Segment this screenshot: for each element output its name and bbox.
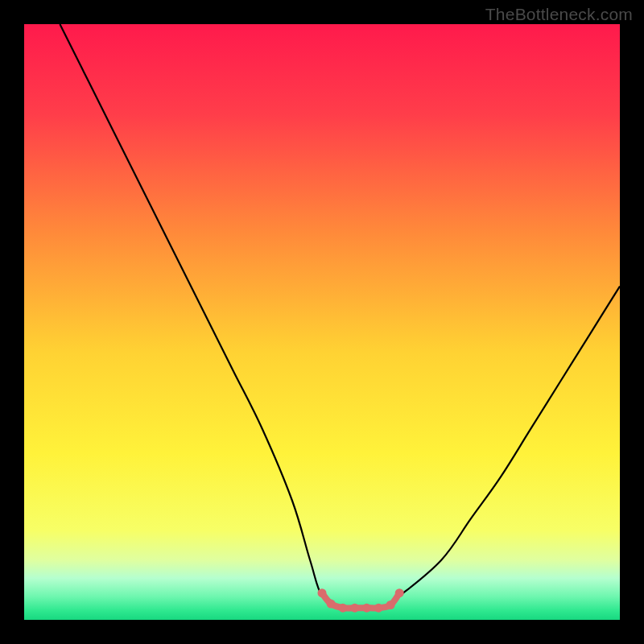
- marker-dot: [395, 588, 404, 597]
- plot-area: [24, 24, 620, 620]
- bottleneck-curve: [24, 24, 620, 620]
- chart-frame: TheBottleneck.com: [0, 0, 644, 644]
- watermark-text: TheBottleneck.com: [485, 5, 633, 24]
- marker-dot: [386, 601, 395, 609]
- marker-dot: [327, 600, 336, 609]
- marker-dot: [338, 604, 347, 613]
- curve-line: [60, 24, 620, 609]
- marker-dot: [374, 604, 383, 613]
- marker-dot: [350, 604, 359, 613]
- marker-dot: [362, 604, 371, 613]
- marker-dot: [318, 588, 327, 597]
